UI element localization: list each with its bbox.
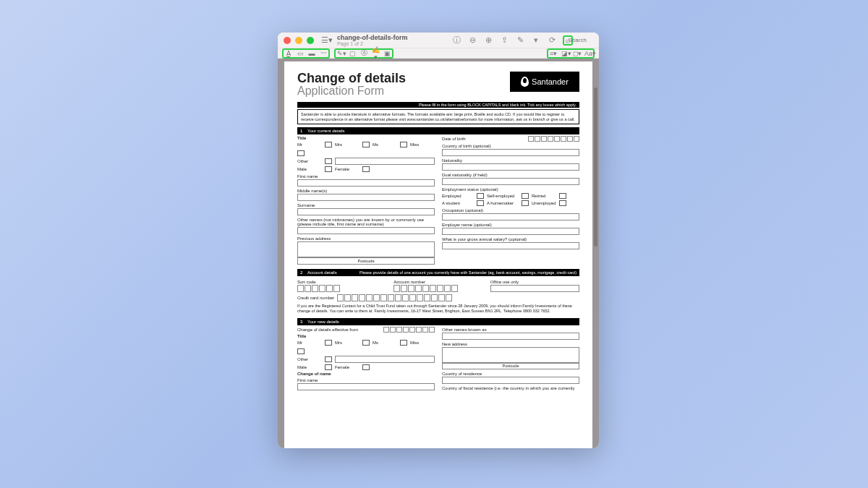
new-mr-checkbox[interactable] — [325, 340, 332, 346]
share-icon[interactable]: ⇪ — [499, 35, 509, 46]
other-known-field[interactable] — [442, 333, 579, 340]
zoom-out-icon[interactable]: ⊖ — [467, 35, 477, 46]
miss-checkbox[interactable] — [297, 150, 305, 156]
other-names-field[interactable] — [297, 227, 435, 234]
search-field[interactable]: ⌕ — [583, 35, 593, 46]
prev-address-field[interactable] — [297, 241, 435, 257]
mrs-checkbox[interactable] — [362, 142, 370, 147]
titlebar-actions: ⓘ ⊖ ⊕ ⇪ ✎ ▾ ⟳ ⌕ ⌕ — [451, 35, 593, 46]
markup-icon[interactable]: ✎ — [515, 35, 525, 46]
fullscreen-button[interactable] — [307, 37, 314, 44]
document-viewport[interactable]: Change of details Application Form Santa… — [278, 59, 599, 448]
section-2-header: 2 Account details Please provide details… — [297, 269, 579, 276]
country-residence-field[interactable] — [442, 377, 579, 384]
form-subtitle: Application Form — [297, 85, 406, 98]
employed-checkbox[interactable] — [477, 193, 484, 199]
female-checkbox[interactable] — [362, 166, 370, 172]
section-1-header: 1 Your current details — [297, 127, 579, 134]
middle-names-field[interactable] — [297, 194, 435, 201]
surname-field[interactable] — [297, 208, 435, 215]
close-button[interactable] — [284, 37, 291, 44]
fill-color-icon[interactable]: ◻▾ — [573, 50, 580, 57]
note-icon[interactable]: ▣ — [383, 50, 391, 57]
lasso-icon[interactable]: 〰 — [320, 50, 327, 57]
new-postcode-field[interactable]: Postcode — [442, 363, 579, 369]
employer-field[interactable] — [442, 228, 579, 235]
redact-icon[interactable]: ▬ — [308, 50, 315, 57]
homemaker-checkbox[interactable] — [522, 200, 529, 206]
document-title-block: change-of-details-form Page 1 of 2 — [337, 35, 408, 46]
shapes-icon[interactable]: ▢ — [349, 50, 356, 57]
dual-nationality-field[interactable] — [442, 178, 579, 185]
instruction-bar: Please fill in the form using BLOCK CAPI… — [297, 102, 579, 108]
info-icon[interactable]: ⓘ — [451, 35, 461, 46]
new-ms-checkbox[interactable] — [400, 340, 407, 346]
effective-date-boxes[interactable] — [383, 327, 435, 333]
new-mrs-checkbox[interactable] — [362, 340, 370, 346]
new-male-checkbox[interactable] — [325, 364, 332, 370]
titlebar: ☰▾ change-of-details-form Page 1 of 2 ⓘ … — [278, 33, 599, 48]
text-style-icon[interactable]: Aa▾ — [584, 50, 592, 57]
zoom-in-icon[interactable]: ⊕ — [483, 35, 493, 46]
office-use-field — [490, 285, 579, 292]
other-title-field[interactable] — [335, 158, 435, 165]
student-checkbox[interactable] — [477, 200, 484, 206]
occupation-field[interactable] — [442, 213, 579, 221]
retired-checkbox[interactable] — [559, 193, 566, 199]
salary-field[interactable] — [442, 242, 579, 249]
first-name-field[interactable] — [297, 179, 435, 187]
pdf-page-1: Change of details Application Form Santa… — [284, 61, 592, 448]
new-female-checkbox[interactable] — [362, 364, 370, 370]
mr-checkbox[interactable] — [325, 142, 332, 147]
prev-postcode-field[interactable]: Postcode — [297, 257, 435, 265]
text-tool-icon[interactable]: Ⓐ — [360, 48, 367, 58]
other-title-checkbox[interactable] — [325, 158, 332, 164]
preview-window: ☰▾ change-of-details-form Page 1 of 2 ⓘ … — [278, 33, 599, 448]
title-label: Title — [297, 136, 435, 140]
male-checkbox[interactable] — [325, 166, 332, 172]
nationality-field[interactable] — [442, 163, 579, 171]
new-first-name-field[interactable] — [297, 383, 435, 390]
sidebar-toggle-icon[interactable]: ☰▾ — [321, 35, 333, 46]
section-3-header: 3 Your new details — [297, 318, 579, 325]
new-address-field[interactable] — [442, 347, 579, 363]
stroke-color-icon[interactable]: ◪▾ — [561, 50, 569, 57]
sketch-icon[interactable]: ✎▾ — [337, 50, 344, 57]
account-number-boxes[interactable] — [393, 285, 482, 292]
credit-card-boxes[interactable] — [337, 294, 452, 301]
search-input[interactable] — [569, 37, 600, 43]
sort-code-boxes[interactable] — [297, 285, 386, 292]
rect-select-icon[interactable]: ▭ — [297, 50, 304, 57]
alt-formats-note: Santander is able to provide literature … — [297, 109, 579, 125]
page-indicator: Page 1 of 2 — [337, 41, 408, 46]
santander-logo: Santander — [510, 72, 579, 92]
markup-tool-group-mid: ✎▾ ▢ Ⓐ ✍▾ ▣ — [334, 48, 393, 59]
unemployed-checkbox[interactable] — [559, 200, 566, 206]
window-controls — [284, 37, 314, 44]
markup-tool-group-left: A̲ ▭ ▬ 〰 — [282, 48, 330, 59]
rotate-icon[interactable]: ⟳ — [547, 35, 557, 46]
markup-tool-group-right: ≡▾ ◪▾ ◻▾ Aa▾ — [547, 48, 595, 59]
minimize-button[interactable] — [295, 37, 302, 44]
dob-boxes[interactable] — [528, 136, 579, 142]
markup-toolbar: A̲ ▭ ▬ 〰 ✎▾ ▢ Ⓐ ✍▾ ▣ ≡▾ ◪▾ ◻▾ Aa▾ — [278, 48, 599, 59]
ms-checkbox[interactable] — [400, 142, 407, 147]
line-style-icon[interactable]: ≡▾ — [550, 50, 557, 57]
selfemp-checkbox[interactable] — [522, 193, 529, 199]
ctf-note: If you are the Registered Contact for a … — [297, 304, 579, 313]
new-other-field[interactable] — [335, 356, 435, 363]
form-title: Change of details — [297, 72, 406, 85]
new-miss-checkbox[interactable] — [297, 348, 305, 354]
chevron-down-icon[interactable]: ▾ — [531, 35, 541, 46]
text-select-icon[interactable]: A̲ — [285, 50, 292, 57]
cob-field[interactable] — [442, 149, 579, 156]
new-other-checkbox[interactable] — [325, 356, 332, 362]
flame-icon — [521, 77, 529, 87]
vertical-scrollbar[interactable] — [594, 87, 597, 247]
document-title: change-of-details-form — [337, 35, 408, 41]
